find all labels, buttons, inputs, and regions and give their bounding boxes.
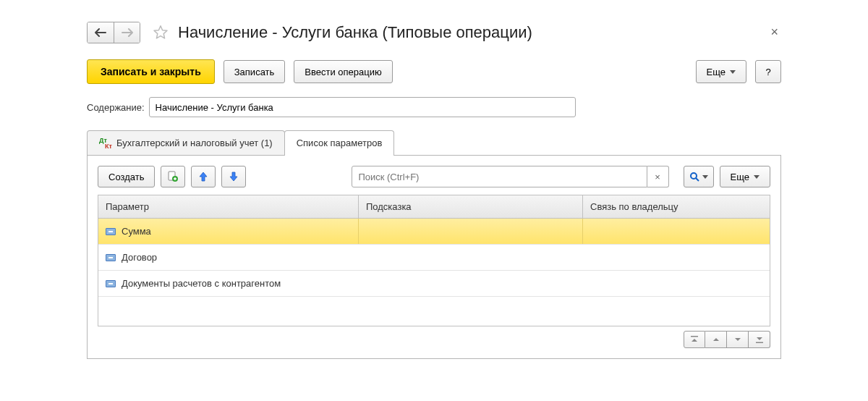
search-clear-button[interactable]: × — [647, 166, 669, 187]
cell-param: Сумма — [98, 219, 359, 244]
list-more-label: Еще — [731, 172, 749, 182]
col-parameter[interactable]: Параметр — [98, 195, 359, 218]
search-wrap: × — [352, 166, 668, 187]
chevron-down-icon — [702, 175, 708, 179]
empty-area — [98, 297, 770, 326]
row-icon — [106, 254, 116, 261]
tab-body: Создать × Еще — [87, 156, 781, 359]
cell-hint — [359, 245, 583, 270]
scroll-down-icon — [734, 336, 741, 343]
list-more-button[interactable]: Еще — [720, 166, 770, 187]
page-title: Начисление - Услуги банка (Типовые опера… — [178, 23, 532, 42]
search-run-button[interactable] — [684, 166, 714, 187]
add-page-icon — [166, 170, 179, 183]
parameters-table: Параметр Подсказка Связь по владельцу Су… — [98, 195, 770, 326]
tab-accounting[interactable]: ДтКт Бухгалтерский и налоговый учет (1) — [87, 130, 285, 155]
list-toolbar: Создать × Еще — [98, 166, 770, 187]
titlebar: Начисление - Услуги банка (Типовые опера… — [87, 22, 781, 43]
help-button[interactable]: ? — [755, 60, 781, 83]
cell-hint — [359, 271, 583, 296]
cell-param: Документы расчетов с контрагентом — [98, 271, 359, 296]
scroll-controls — [98, 331, 770, 348]
nav-group — [87, 22, 140, 43]
favorite-toggle[interactable] — [150, 22, 171, 43]
nav-forward-button[interactable] — [114, 22, 140, 43]
arrow-right-icon — [121, 28, 134, 37]
cell-hint — [359, 219, 583, 244]
scroll-top-icon — [690, 335, 699, 344]
svg-point-2 — [691, 173, 697, 179]
cell-param-text: Сумма — [122, 226, 151, 237]
dtkt-icon: ДтКт — [99, 138, 112, 149]
close-button[interactable]: × — [767, 22, 781, 43]
tab-accounting-label: Бухгалтерский и налоговый учет (1) — [116, 138, 273, 148]
main-toolbar: Записать и закрыть Записать Ввести опера… — [87, 59, 781, 84]
close-icon: × — [770, 25, 778, 39]
window: Начисление - Услуги банка (Типовые опера… — [72, 14, 796, 373]
tab-strip: ДтКт Бухгалтерский и налоговый учет (1) … — [87, 130, 781, 156]
svg-rect-4 — [691, 336, 698, 337]
col-hint[interactable]: Подсказка — [359, 195, 583, 218]
more-button[interactable]: Еще — [696, 60, 746, 83]
scroll-bottom-icon — [755, 335, 764, 344]
table-row[interactable]: Сумма — [98, 219, 770, 245]
content-field-row: Содержание: — [87, 97, 781, 117]
save-button[interactable]: Записать — [224, 60, 286, 83]
arrow-down-icon — [228, 171, 239, 182]
chevron-down-icon — [754, 175, 760, 179]
cell-owner — [583, 271, 770, 296]
search-input[interactable] — [352, 166, 647, 187]
content-label: Содержание: — [87, 102, 145, 113]
search-icon — [689, 172, 699, 182]
create-button[interactable]: Создать — [98, 166, 155, 187]
star-icon — [152, 24, 169, 41]
scroll-down-button[interactable] — [727, 331, 749, 348]
arrow-left-icon — [94, 28, 107, 37]
more-label: Еще — [707, 67, 726, 77]
svg-line-3 — [696, 178, 699, 181]
table-row[interactable]: Договор — [98, 245, 770, 271]
move-up-button[interactable] — [191, 166, 216, 187]
cell-owner — [583, 219, 770, 244]
add-button[interactable] — [161, 166, 185, 187]
move-down-button[interactable] — [221, 166, 246, 187]
tab-parameters[interactable]: Список параметров — [284, 130, 395, 155]
tab-parameters-label: Список параметров — [297, 138, 383, 148]
scroll-top-button[interactable] — [684, 331, 705, 348]
nav-back-button[interactable] — [88, 22, 114, 43]
arrow-up-icon — [197, 171, 209, 182]
col-owner-link[interactable]: Связь по владельцу — [583, 195, 770, 218]
scroll-up-button[interactable] — [705, 331, 727, 348]
table-row[interactable]: Документы расчетов с контрагентом — [98, 271, 770, 297]
row-icon — [106, 280, 116, 287]
save-and-close-button[interactable]: Записать и закрыть — [87, 59, 215, 84]
table-header: Параметр Подсказка Связь по владельцу — [98, 195, 770, 219]
content-input[interactable] — [149, 97, 576, 117]
row-icon — [106, 228, 116, 235]
clear-icon: × — [655, 172, 660, 182]
scroll-bottom-button[interactable] — [749, 331, 770, 348]
enter-operation-button[interactable]: Ввести операцию — [294, 60, 392, 83]
cell-param-text: Договор — [122, 252, 157, 263]
chevron-down-icon — [730, 70, 736, 74]
cell-param: Договор — [98, 245, 359, 270]
cell-owner — [583, 245, 770, 270]
cell-param-text: Документы расчетов с контрагентом — [122, 278, 281, 289]
scroll-up-icon — [712, 336, 720, 343]
svg-rect-5 — [756, 342, 763, 344]
